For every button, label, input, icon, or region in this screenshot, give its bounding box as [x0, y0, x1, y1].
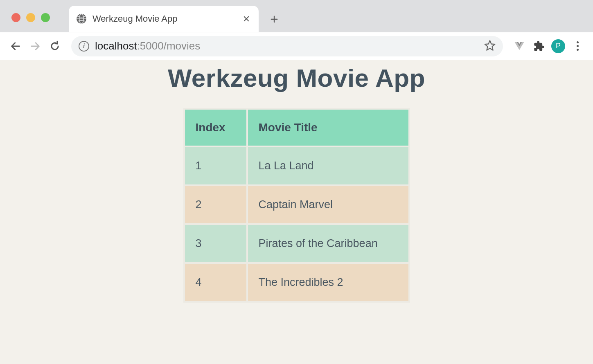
cell-index: 3 — [185, 225, 246, 262]
site-info-icon[interactable]: i — [79, 41, 89, 52]
cell-title: Pirates of the Caribbean — [248, 225, 408, 262]
back-button[interactable] — [8, 39, 23, 54]
window-close-button[interactable] — [11, 13, 20, 22]
table-row: 2 Captain Marvel — [185, 186, 408, 223]
reload-button[interactable] — [47, 39, 62, 54]
extensions-puzzle-icon[interactable] — [532, 39, 546, 54]
browser-menu-button[interactable] — [570, 39, 585, 54]
vue-extension-icon[interactable] — [512, 39, 527, 54]
url-host: localhost — [95, 40, 137, 52]
cell-index: 2 — [185, 186, 246, 223]
cell-title: The Incredibles 2 — [248, 264, 408, 301]
forward-button[interactable] — [28, 39, 43, 54]
table-header-row: Index Movie Title — [185, 110, 408, 146]
bookmark-star-icon[interactable] — [484, 40, 496, 53]
page-body: Werkzeug Movie App Index Movie Title 1 L… — [0, 60, 593, 303]
browser-tab-strip: Werkzeug Movie App — [0, 0, 593, 32]
page-title: Werkzeug Movie App — [0, 63, 593, 92]
profile-avatar[interactable]: P — [551, 39, 565, 53]
window-maximize-button[interactable] — [41, 13, 50, 22]
avatar-letter: P — [556, 42, 561, 50]
cell-title: Captain Marvel — [248, 186, 408, 223]
tab-close-button[interactable] — [241, 14, 251, 24]
browser-tab-active[interactable]: Werkzeug Movie App — [69, 6, 259, 32]
cell-index: 1 — [185, 147, 246, 184]
window-controls — [11, 13, 50, 22]
table-row: 1 La La Land — [185, 147, 408, 184]
column-header-index: Index — [185, 110, 246, 146]
cell-title: La La Land — [248, 147, 408, 184]
column-header-title: Movie Title — [248, 110, 408, 146]
browser-toolbar: i localhost:5000/movies P — [0, 32, 593, 60]
movies-table: Index Movie Title 1 La La Land 2 Captain… — [183, 108, 410, 303]
tab-title: Werkzeug Movie App — [92, 13, 236, 24]
window-minimize-button[interactable] — [26, 13, 35, 22]
new-tab-button[interactable] — [268, 13, 280, 25]
table-row: 3 Pirates of the Caribbean — [185, 225, 408, 262]
cell-index: 4 — [185, 264, 246, 301]
table-row: 4 The Incredibles 2 — [185, 264, 408, 301]
url-display: localhost:5000/movies — [95, 40, 200, 52]
url-path: :5000/movies — [137, 40, 201, 52]
globe-icon — [76, 13, 87, 24]
address-bar[interactable]: i localhost:5000/movies — [71, 36, 503, 56]
